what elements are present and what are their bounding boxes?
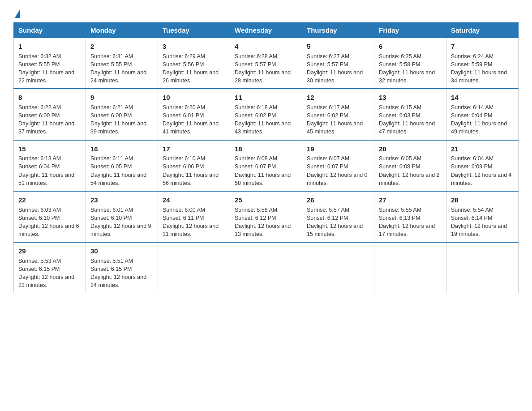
day-number: 24 [163, 195, 225, 205]
day-number: 25 [235, 195, 297, 205]
daylight-text: Daylight: 12 hours and 4 minutes. [451, 171, 514, 187]
daylight-text: Daylight: 11 hours and 43 minutes. [235, 120, 297, 136]
logo [13, 9, 20, 18]
daylight-text: Daylight: 11 hours and 39 minutes. [90, 120, 153, 136]
sunset-text: Sunset: 6:10 PM [90, 214, 153, 222]
sunset-text: Sunset: 5:59 PM [451, 60, 514, 68]
sunset-text: Sunset: 6:09 PM [451, 163, 514, 171]
day-number: 29 [18, 246, 81, 256]
week-row-2: 8Sunrise: 6:22 AMSunset: 6:00 PMDaylight… [14, 89, 519, 140]
calendar-cell: 28Sunrise: 5:54 AMSunset: 6:14 PMDayligh… [446, 191, 519, 242]
calendar-cell: 9Sunrise: 6:21 AMSunset: 6:00 PMDaylight… [86, 89, 158, 140]
sunset-text: Sunset: 6:12 PM [307, 214, 369, 222]
calendar-cell: 20Sunrise: 6:05 AMSunset: 6:08 PMDayligh… [374, 140, 446, 191]
calendar-cell: 12Sunrise: 6:17 AMSunset: 6:02 PMDayligh… [302, 89, 374, 140]
calendar-cell: 7Sunrise: 6:24 AMSunset: 5:59 PMDaylight… [446, 38, 519, 89]
week-row-3: 15Sunrise: 6:13 AMSunset: 6:04 PMDayligh… [14, 140, 519, 191]
col-header-tuesday: Tuesday [158, 23, 230, 38]
sunset-text: Sunset: 6:01 PM [163, 111, 225, 120]
daylight-text: Daylight: 11 hours and 28 minutes. [235, 68, 297, 85]
day-number: 11 [235, 93, 297, 103]
day-number: 9 [90, 93, 153, 103]
daylight-text: Daylight: 11 hours and 51 minutes. [18, 171, 81, 187]
sunset-text: Sunset: 5:57 PM [235, 60, 297, 68]
calendar-cell: 17Sunrise: 6:10 AMSunset: 6:06 PMDayligh… [158, 140, 230, 191]
daylight-text: Daylight: 11 hours and 34 minutes. [451, 68, 514, 85]
calendar-cell: 23Sunrise: 6:01 AMSunset: 6:10 PMDayligh… [86, 191, 158, 242]
sunrise-text: Sunrise: 5:57 AM [307, 206, 369, 214]
day-number: 16 [90, 144, 153, 154]
sunrise-text: Sunrise: 6:21 AM [90, 103, 153, 111]
day-number: 23 [90, 195, 153, 205]
sunrise-text: Sunrise: 5:54 AM [451, 206, 514, 214]
week-row-5: 29Sunrise: 5:53 AMSunset: 6:15 PMDayligh… [14, 242, 519, 293]
sunrise-text: Sunrise: 5:53 AM [18, 257, 81, 265]
sunrise-text: Sunrise: 6:24 AM [451, 52, 514, 60]
col-header-wednesday: Wednesday [230, 23, 302, 38]
day-number: 1 [18, 42, 81, 51]
sunrise-text: Sunrise: 6:11 AM [90, 154, 153, 163]
sunset-text: Sunset: 6:03 PM [379, 111, 442, 120]
sunset-text: Sunset: 6:02 PM [307, 111, 369, 120]
daylight-text: Daylight: 11 hours and 58 minutes. [235, 171, 297, 187]
daylight-text: Daylight: 12 hours and 0 minutes. [307, 171, 369, 187]
sunset-text: Sunset: 6:05 PM [90, 163, 153, 171]
daylight-text: Daylight: 12 hours and 2 minutes. [379, 171, 442, 187]
daylight-text: Daylight: 12 hours and 13 minutes. [235, 222, 297, 238]
col-header-thursday: Thursday [302, 23, 374, 38]
sunset-text: Sunset: 6:11 PM [163, 214, 225, 222]
calendar-cell: 22Sunrise: 6:03 AMSunset: 6:10 PMDayligh… [14, 191, 86, 242]
daylight-text: Daylight: 12 hours and 9 minutes. [90, 222, 153, 238]
daylight-text: Daylight: 12 hours and 24 minutes. [90, 273, 153, 289]
sunset-text: Sunset: 6:12 PM [235, 214, 297, 222]
daylight-text: Daylight: 11 hours and 32 minutes. [379, 68, 442, 85]
calendar-cell: 8Sunrise: 6:22 AMSunset: 6:00 PMDaylight… [14, 89, 86, 140]
day-number: 6 [379, 42, 442, 51]
calendar-cell: 1Sunrise: 6:32 AMSunset: 5:55 PMDaylight… [14, 38, 86, 89]
daylight-text: Daylight: 11 hours and 47 minutes. [379, 120, 442, 136]
sunset-text: Sunset: 5:56 PM [163, 60, 225, 68]
daylight-text: Daylight: 11 hours and 26 minutes. [163, 68, 225, 85]
calendar-cell: 15Sunrise: 6:13 AMSunset: 6:04 PMDayligh… [14, 140, 86, 191]
sunrise-text: Sunrise: 6:32 AM [18, 52, 81, 60]
page-header [13, 9, 519, 18]
day-number: 14 [451, 93, 514, 103]
calendar-table: SundayMondayTuesdayWednesdayThursdayFrid… [13, 22, 519, 293]
sunrise-text: Sunrise: 6:05 AM [379, 154, 442, 163]
calendar-cell [158, 242, 230, 293]
calendar-cell: 24Sunrise: 6:00 AMSunset: 6:11 PMDayligh… [158, 191, 230, 242]
calendar-cell: 25Sunrise: 5:58 AMSunset: 6:12 PMDayligh… [230, 191, 302, 242]
day-number: 26 [307, 195, 369, 205]
calendar-cell: 19Sunrise: 6:07 AMSunset: 6:07 PMDayligh… [302, 140, 374, 191]
calendar-cell: 27Sunrise: 5:55 AMSunset: 6:13 PMDayligh… [374, 191, 446, 242]
calendar-cell: 29Sunrise: 5:53 AMSunset: 6:15 PMDayligh… [14, 242, 86, 293]
day-number: 19 [307, 144, 369, 154]
daylight-text: Daylight: 12 hours and 6 minutes. [18, 222, 81, 238]
day-number: 7 [451, 42, 514, 51]
sunrise-text: Sunrise: 5:51 AM [90, 257, 153, 265]
sunrise-text: Sunrise: 6:28 AM [235, 52, 297, 60]
sunrise-text: Sunrise: 6:18 AM [235, 103, 297, 111]
sunrise-text: Sunrise: 6:03 AM [18, 206, 81, 214]
calendar-cell: 3Sunrise: 6:29 AMSunset: 5:56 PMDaylight… [158, 38, 230, 89]
sunrise-text: Sunrise: 6:00 AM [163, 206, 225, 214]
day-number: 20 [379, 144, 442, 154]
day-number: 28 [451, 195, 514, 205]
calendar-cell: 13Sunrise: 6:15 AMSunset: 6:03 PMDayligh… [374, 89, 446, 140]
daylight-text: Daylight: 12 hours and 22 minutes. [18, 273, 81, 289]
sunset-text: Sunset: 6:00 PM [90, 111, 153, 120]
col-header-sunday: Sunday [14, 23, 86, 38]
week-row-4: 22Sunrise: 6:03 AMSunset: 6:10 PMDayligh… [14, 191, 519, 242]
daylight-text: Daylight: 11 hours and 37 minutes. [18, 120, 81, 136]
sunset-text: Sunset: 5:58 PM [379, 60, 442, 68]
calendar-cell: 2Sunrise: 6:31 AMSunset: 5:55 PMDaylight… [86, 38, 158, 89]
sunset-text: Sunset: 6:04 PM [18, 163, 81, 171]
sunrise-text: Sunrise: 6:01 AM [90, 206, 153, 214]
day-number: 10 [163, 93, 225, 103]
sunrise-text: Sunrise: 5:55 AM [379, 206, 442, 214]
day-number: 4 [235, 42, 297, 51]
day-number: 21 [451, 144, 514, 154]
calendar-cell: 6Sunrise: 6:25 AMSunset: 5:58 PMDaylight… [374, 38, 446, 89]
calendar-cell: 14Sunrise: 6:14 AMSunset: 6:04 PMDayligh… [446, 89, 519, 140]
calendar-cell: 11Sunrise: 6:18 AMSunset: 6:02 PMDayligh… [230, 89, 302, 140]
